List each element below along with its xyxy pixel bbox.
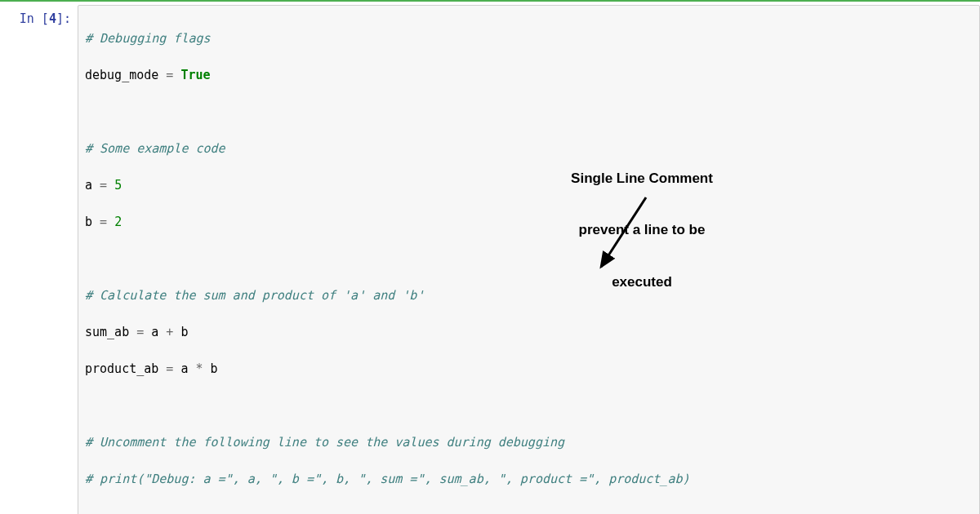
code-line: # Calculate the sum and product of 'a' a…: [85, 286, 973, 305]
operator: *: [188, 361, 210, 376]
code-line: # Some example code: [85, 140, 973, 158]
code-line: a = 5: [85, 176, 973, 195]
code-line: product_ab = a * b: [85, 360, 973, 379]
comment-text: # Calculate the sum and product of 'a' a…: [85, 288, 424, 303]
code-cell: In [4]: # Debugging flags debug_mode = T…: [0, 2, 980, 514]
code-line-blank: [85, 397, 973, 415]
operator: =: [92, 215, 114, 229]
prompt-number: 4: [49, 11, 56, 26]
code-line-blank: [85, 250, 973, 268]
code-line: # Uncomment the following line to see th…: [85, 433, 973, 452]
variable-name: b: [85, 215, 92, 229]
arrow-icon: [589, 189, 687, 287]
operator: =: [158, 68, 180, 82]
prompt-prefix: In [: [20, 11, 49, 26]
code-line: # Debugging flags: [85, 29, 973, 48]
variable-name: debug_mode: [85, 68, 158, 82]
variable-name: a: [85, 178, 92, 193]
operator: =: [92, 178, 114, 193]
number-literal: 5: [114, 178, 122, 193]
code-line: # print("Debug: a =", a, ", b =", b, ", …: [85, 470, 973, 489]
comment-text: # Debugging flags: [85, 31, 211, 46]
variable-name: b: [180, 325, 188, 339]
code-line: b = 2: [85, 213, 973, 232]
code-line-blank: [85, 507, 973, 515]
comment-text: # Some example code: [85, 141, 225, 156]
comment-text: # print("Debug: a =", a, ", b =", b, ", …: [85, 472, 690, 486]
number-literal: 2: [114, 215, 122, 229]
comment-text: # Uncomment the following line to see th…: [85, 435, 564, 450]
code-line: debug_mode = True: [85, 66, 973, 85]
code-line-blank: [85, 103, 973, 122]
operator: +: [158, 325, 180, 339]
prompt-suffix: ]:: [56, 11, 71, 26]
code-line: sum_ab = a + b: [85, 323, 973, 342]
variable-name: a: [151, 325, 158, 339]
operator: =: [129, 325, 151, 339]
code-input-area[interactable]: # Debugging flags debug_mode = True # So…: [78, 5, 980, 514]
keyword-const: True: [180, 68, 210, 82]
variable-name: product_ab: [85, 361, 158, 376]
variable-name: b: [211, 361, 218, 376]
input-prompt: In [4]:: [0, 5, 78, 514]
variable-name: sum_ab: [85, 325, 129, 339]
operator: =: [158, 361, 180, 376]
